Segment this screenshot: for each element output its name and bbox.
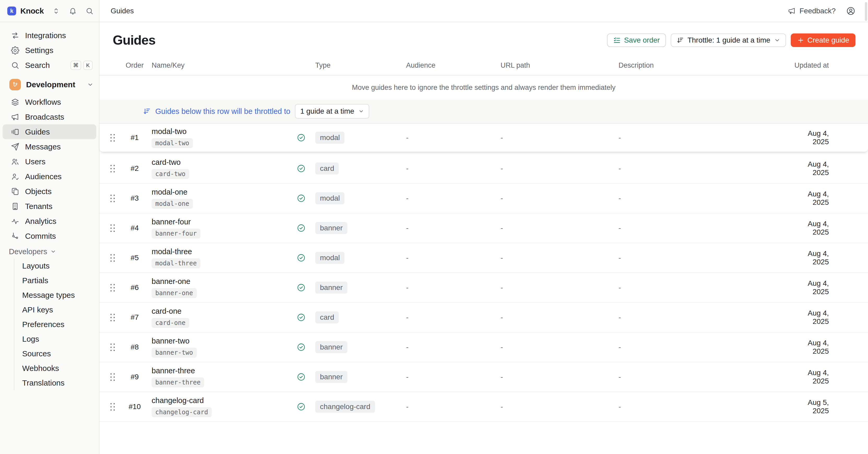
guide-status-cell <box>292 372 310 381</box>
guide-type-cell: modal <box>310 252 402 264</box>
table-row[interactable]: #9 banner-three banner-three banner - - … <box>99 362 868 392</box>
sidebar-item-message-types[interactable]: Message types <box>14 288 99 303</box>
guide-name-cell: changelog-card changelog-card <box>144 396 292 417</box>
building-icon <box>11 202 19 210</box>
guide-audience: - <box>402 194 496 202</box>
environment-switcher[interactable]: Development <box>3 76 96 93</box>
throttle-dropdown-button[interactable]: Throttle: 1 guide at a time <box>671 33 786 47</box>
guide-key-badge: modal-two <box>152 138 193 148</box>
table-row[interactable]: #7 card-one card-one card - - - Aug 4, 2… <box>99 303 868 333</box>
users-icon <box>11 158 19 166</box>
environment-avatar <box>9 79 21 90</box>
sidebar-item-settings[interactable]: Settings <box>3 43 96 58</box>
drag-handle[interactable] <box>99 284 126 291</box>
sidebar-item-api-keys[interactable]: API keys <box>14 303 99 317</box>
guide-updated-at: Aug 4, 2025 <box>791 339 868 356</box>
unthrottled-dropzone[interactable]: Move guides here to ignore the throttle … <box>99 76 868 100</box>
sidebar-item-label: Analytics <box>25 217 56 226</box>
scrollbar-thumb[interactable] <box>865 2 867 21</box>
drag-handle[interactable] <box>99 403 126 410</box>
drag-handle[interactable] <box>99 343 126 351</box>
throttle-value-select[interactable]: 1 guide at a time <box>295 104 369 119</box>
guide-order: #7 <box>126 313 144 321</box>
sidebar-item-label: Messages <box>25 142 61 151</box>
table-row[interactable]: #5 modal-three modal-three modal - - - A… <box>99 243 868 273</box>
sidebar-item-tenants[interactable]: Tenants <box>3 199 96 214</box>
sidebar-item-analytics[interactable]: Analytics <box>3 214 96 229</box>
drag-handle-icon <box>111 314 115 321</box>
guide-status-cell <box>292 402 310 411</box>
sidebar-item-broadcasts[interactable]: Broadcasts <box>3 109 96 124</box>
guide-order: #10 <box>126 402 144 411</box>
guide-order: #1 <box>126 134 144 142</box>
table-row[interactable]: #3 modal-one modal-one modal - - - Aug 4… <box>99 183 868 214</box>
create-guide-button[interactable]: Create guide <box>791 33 856 47</box>
table-row[interactable]: #10 changelog-card changelog-card change… <box>99 392 868 422</box>
unfold-more-icon[interactable] <box>52 7 60 15</box>
feedback-button[interactable]: Feedback? <box>788 7 836 15</box>
sidebar-item-layouts[interactable]: Layouts <box>14 259 99 273</box>
drag-handle[interactable] <box>99 195 126 202</box>
column-header-type: Type <box>310 61 402 69</box>
table-row[interactable]: #1 modal-two modal-two modal - - - Aug 4… <box>99 123 868 152</box>
guide-type-badge: banner <box>315 282 347 293</box>
user-avatar-icon[interactable] <box>846 6 856 16</box>
drag-handle[interactable] <box>99 314 126 321</box>
sidebar-item-label: Users <box>25 157 45 166</box>
sidebar-item-users[interactable]: Users <box>3 154 96 169</box>
guide-order: #9 <box>126 373 144 381</box>
check-circle-icon <box>297 402 306 411</box>
bell-icon[interactable] <box>69 7 77 15</box>
guide-audience: - <box>402 224 496 232</box>
guide-updated-at: Aug 4, 2025 <box>791 129 868 146</box>
sidebar-item-workflows[interactable]: Workflows <box>3 94 96 109</box>
drag-handle[interactable] <box>99 224 126 232</box>
guide-name-cell: banner-one banner-one <box>144 277 292 298</box>
table-row[interactable]: #6 banner-one banner-one banner - - - Au… <box>99 273 868 303</box>
sidebar-item-label: Workflows <box>25 98 61 107</box>
sidebar-item-webhooks[interactable]: Webhooks <box>14 361 99 376</box>
guide-type-cell: card <box>310 163 402 174</box>
drag-handle[interactable] <box>99 165 126 172</box>
sidebar-item-audiences[interactable]: Audiences <box>3 169 96 184</box>
drag-handle[interactable] <box>99 134 126 142</box>
sidebar-item-partials[interactable]: Partials <box>14 273 99 288</box>
sidebar-item-guides[interactable]: Guides <box>3 124 96 139</box>
guide-type-badge: modal <box>315 192 344 204</box>
sidebar-item-sources[interactable]: Sources <box>14 346 99 361</box>
page-title: Guides <box>113 33 155 48</box>
search-icon[interactable] <box>86 7 93 15</box>
guide-description: - <box>614 373 791 381</box>
drag-handle[interactable] <box>99 254 126 262</box>
page-actions: Save order Throttle: 1 guide at a time <box>607 33 856 47</box>
sidebar-item-integrations[interactable]: Integrations <box>3 28 96 43</box>
sidebar-item-search[interactable]: Search ⌘ K <box>3 58 96 73</box>
sidebar-item-messages[interactable]: Messages <box>3 139 96 154</box>
sidebar-item-logs[interactable]: Logs <box>14 332 99 346</box>
guide-url-path: - <box>496 164 614 173</box>
list-check-icon <box>613 36 621 44</box>
drag-handle-icon <box>111 134 115 142</box>
chevron-down-icon <box>50 249 56 254</box>
sidebar-item-label: Audiences <box>25 172 62 181</box>
table-row[interactable]: #4 banner-four banner-four banner - - - … <box>99 214 868 243</box>
guide-name-cell: banner-four banner-four <box>144 218 292 238</box>
sidebar-item-preferences[interactable]: Preferences <box>14 317 99 332</box>
guide-audience: - <box>402 343 496 351</box>
save-order-button[interactable]: Save order <box>607 33 666 47</box>
guide-name-cell: banner-three banner-three <box>144 367 292 388</box>
sidebar-item-commits[interactable]: Commits <box>3 229 96 244</box>
guide-type-badge: card <box>315 163 339 174</box>
drag-handle[interactable] <box>99 373 126 381</box>
page-header: Guides Save order Throttle: 1 guide at a… <box>99 22 868 56</box>
guide-description: - <box>614 402 791 411</box>
guide-description: - <box>614 164 791 173</box>
guide-status-cell <box>292 253 310 262</box>
table-row[interactable]: #8 banner-two banner-two banner - - - Au… <box>99 333 868 362</box>
sidebar-item-objects[interactable]: Objects <box>3 184 96 199</box>
breadcrumb: Guides <box>111 7 134 15</box>
guide-key-badge: modal-one <box>152 199 193 209</box>
developers-section-toggle[interactable]: Developers <box>3 246 96 257</box>
table-row[interactable]: #2 card-two card-two card - - - Aug 4, 2… <box>99 154 868 183</box>
sidebar-item-translations[interactable]: Translations <box>14 376 99 390</box>
